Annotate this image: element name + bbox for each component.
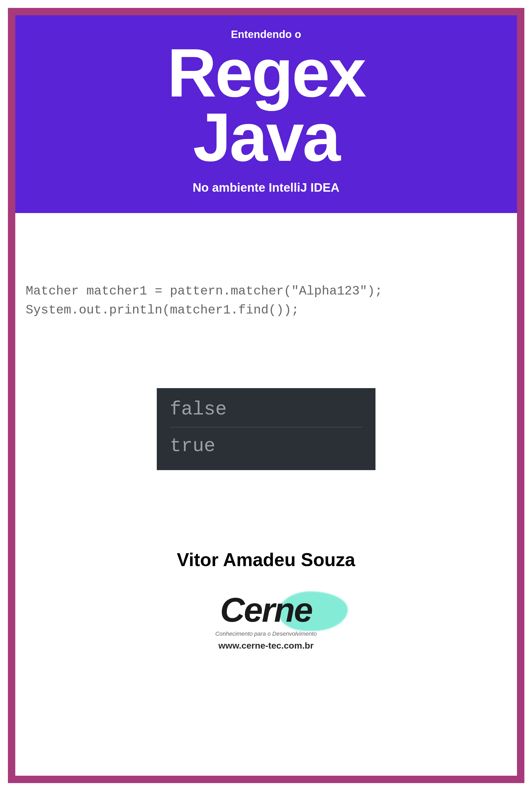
- logo-text: Cerne: [220, 590, 312, 630]
- title-word-2: Java: [193, 105, 339, 170]
- code-sample: Matcher matcher1 = pattern.matcher("Alph…: [15, 213, 517, 319]
- console-separator: [170, 427, 362, 427]
- console-line-1: false: [170, 399, 362, 420]
- author-name: Vitor Amadeu Souza: [177, 549, 355, 570]
- console-output: false true: [157, 388, 376, 470]
- code-line-1: Matcher matcher1 = pattern.matcher("Alph…: [26, 284, 383, 298]
- title-header: Entendendo o Regex no Java No ambiente I…: [15, 15, 517, 213]
- subtitle: No ambiente IntelliJ IDEA: [193, 180, 339, 195]
- logo-box: Cerne: [182, 586, 350, 633]
- code-line-2: System.out.println(matcher1.find());: [26, 303, 299, 317]
- title-word-1: Regex: [167, 40, 365, 106]
- publisher-logo-block: Cerne Conhecimento para o Desenvolviment…: [182, 586, 350, 651]
- body-area: Matcher matcher1 = pattern.matcher("Alph…: [15, 213, 517, 776]
- page: Entendendo o Regex no Java No ambiente I…: [0, 0, 532, 791]
- console-line-2: true: [170, 435, 362, 457]
- cover-frame: Entendendo o Regex no Java No ambiente I…: [8, 8, 524, 783]
- publisher-website: www.cerne-tec.com.br: [218, 641, 314, 651]
